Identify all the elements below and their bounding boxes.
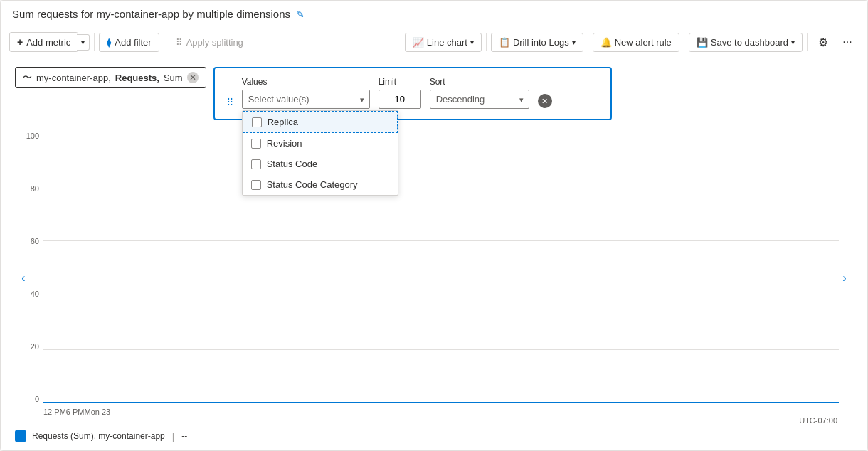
y-label-20: 20 [31,342,39,351]
gear-icon: ⚙ [818,36,828,49]
new-alert-rule-label: New alert rule [615,37,672,48]
y-axis: 100 80 60 40 20 0 [15,132,43,403]
dropdown-item-replica[interactable]: Replica [243,111,398,133]
status-code-checkbox[interactable] [251,159,261,169]
y-label-0: 0 [35,395,39,403]
x-axis: 12 PM 6 PM Mon 23 [43,405,839,425]
chevron-down-icon: ▾ [81,38,85,46]
status-code-category-checkbox[interactable] [251,180,261,190]
settings-button[interactable]: ⚙ [812,31,835,53]
revision-checkbox[interactable] [251,139,261,149]
splitting-panel: ⠿ Values Select value(s) ▾ [213,67,612,120]
line-chart-chevron: ▾ [470,38,474,46]
chart-plot [43,132,839,403]
plus-icon: + [17,36,23,48]
x-label-12pm: 12 PM [43,408,66,416]
dropdown-item-status-code-category[interactable]: Status Code Category [243,174,398,195]
drag-handle-icon[interactable]: ⠿ [226,97,233,108]
ellipsis-icon: ··· [842,36,852,48]
replica-checkbox[interactable] [252,117,262,127]
sort-field-group: Sort Descending ▾ [430,77,529,109]
values-dropdown: Replica Revision Status Code [242,110,398,196]
y-label-40: 40 [31,290,39,298]
toolbar-divider-3 [486,33,487,51]
status-code-label: Status Code [267,159,318,169]
add-metric-button[interactable]: + Add metric [9,32,78,52]
title-bar: Sum requests for my-container-app by mul… [1,1,867,26]
sort-select[interactable]: Descending [430,90,529,109]
y-label-60: 60 [31,237,39,245]
limit-label: Limit [379,77,421,87]
legend-swatch [15,430,26,442]
grid-line-5 [43,349,839,350]
limit-input[interactable]: 10 [379,90,421,109]
zero-line [43,402,839,403]
x-label-mon23: Mon 23 [84,408,110,416]
legend-text: Requests (Sum), my-container-app [32,431,165,441]
toolbar-divider-1 [94,33,95,51]
dropdown-item-status-code[interactable]: Status Code [243,154,398,174]
add-filter-button[interactable]: ⧫ Add filter [99,33,159,52]
main-window: Sum requests for my-container-app by mul… [0,0,868,451]
values-field-group: Values Select value(s) ▾ Replica [242,77,370,109]
metric-tag: 〜 my-container-app, Requests, Sum ✕ [15,67,206,88]
apply-splitting-button[interactable]: ⠿ Apply splitting [169,33,250,51]
values-label: Values [242,77,370,87]
toolbar-divider-2 [164,33,164,51]
legend-value: -- [181,431,187,441]
legend-separator: | [172,431,174,442]
drill-into-logs-button[interactable]: 📋 Drill into Logs ▾ [491,33,583,52]
sort-label: Sort [430,77,529,87]
y-label-100: 100 [26,132,39,140]
alert-icon: 🔔 [600,37,612,48]
values-select[interactable]: Select value(s) [242,90,370,109]
dropdown-item-revision[interactable]: Revision [243,133,398,154]
filter-icon: ⧫ [107,37,111,48]
line-chart-label: Line chart [427,37,467,48]
utc-label: UTC-07:00 [799,416,837,425]
toolbar-divider-4 [588,33,588,51]
edit-title-icon[interactable]: ✎ [296,9,305,20]
metric-sparkline-icon: 〜 [23,71,32,84]
drill-logs-chevron: ▾ [572,38,576,46]
grid-line-4 [43,295,839,295]
sort-select-wrapper: Descending ▾ [430,90,529,109]
save-chevron: ▾ [791,38,795,46]
save-to-dashboard-button[interactable]: 💾 Save to dashboard ▾ [689,33,803,52]
drill-into-logs-label: Drill into Logs [513,37,569,48]
logs-icon: 📋 [499,37,510,48]
splitting-row: ⠿ Values Select value(s) ▾ [226,77,599,109]
add-metric-label: Add metric [26,37,70,48]
splitting-icon: ⠿ [176,37,183,48]
splitting-panel-close-button[interactable]: ✕ [538,94,552,108]
toolbar: + Add metric ▾ ⧫ Add filter ⠿ Apply spli… [1,26,867,58]
grid-line-2 [43,186,839,186]
add-metric-dropdown-button[interactable]: ▾ [77,34,90,51]
x-label-6pm: 6 PM [66,408,85,416]
metric-name: Requests, [115,73,159,83]
grid-line-3 [43,240,839,241]
legend-bar: Requests (Sum), my-container-app | -- [15,425,853,450]
metric-prefix: my-container-app, [36,73,111,83]
status-code-category-label: Status Code Category [267,179,358,190]
line-chart-icon: 📈 [413,37,424,48]
y-label-80: 80 [31,184,39,193]
save-to-dashboard-label: Save to dashboard [711,37,788,48]
limit-field-group: Limit 10 [379,77,421,109]
apply-splitting-label: Apply splitting [186,37,243,48]
new-alert-rule-button[interactable]: 🔔 New alert rule [593,33,679,52]
metric-suffix: Sum [164,73,183,83]
save-icon: 💾 [697,37,708,48]
toolbar-divider-6 [807,33,808,51]
values-select-wrapper: Select value(s) ▾ Replica [242,90,370,109]
page-title: Sum requests for my-container-app by mul… [12,8,290,20]
chart-canvas: ‹ › 100 80 60 40 20 0 [15,132,853,425]
metric-controls: 〜 my-container-app, Requests, Sum ✕ ⠿ Va… [15,67,853,120]
metric-tag-close-button[interactable]: ✕ [187,72,199,83]
revision-label: Revision [267,138,302,149]
grid-line-1 [43,132,839,132]
more-options-button[interactable]: ··· [836,31,859,53]
line-chart-button[interactable]: 📈 Line chart ▾ [405,33,482,52]
replica-label: Replica [268,117,298,127]
add-filter-label: Add filter [115,37,151,48]
